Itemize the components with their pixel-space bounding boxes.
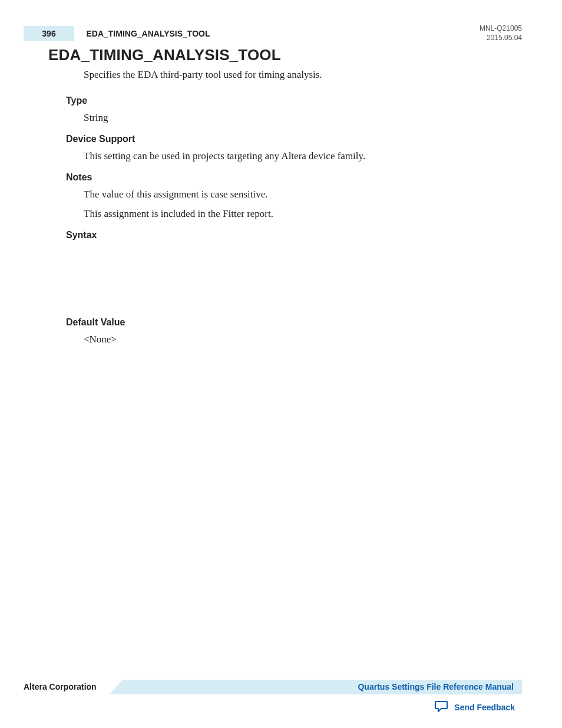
doc-meta: MNL-Q21005 2015.05.04 [480, 24, 522, 42]
notes-line-1: The value of this assignment is case sen… [84, 186, 515, 202]
default-value: <None> [84, 331, 515, 347]
syntax-block [48, 244, 515, 309]
send-feedback-label: Send Feedback [454, 703, 515, 712]
doc-date: 2015.05.04 [480, 33, 522, 42]
speech-bubble-icon [434, 700, 448, 714]
footer-strip: Quartus Settings File Reference Manual [123, 680, 522, 694]
running-title: EDA_TIMING_ANALYSIS_TOOL [86, 29, 210, 38]
intro-text: Specifies the EDA third-party tool used … [84, 68, 515, 83]
section-heading-type: Type [66, 95, 515, 106]
footer-company: Altera Corporation [24, 682, 97, 691]
section-heading-device-support: Device Support [66, 134, 515, 144]
notes-line-2: This assignment is included in the Fitte… [84, 206, 515, 222]
doc-id: MNL-Q21005 [480, 24, 522, 33]
manual-link[interactable]: Quartus Settings File Reference Manual [358, 682, 514, 691]
send-feedback-link[interactable]: Send Feedback [434, 700, 515, 714]
section-heading-notes: Notes [66, 172, 515, 183]
page-title: EDA_TIMING_ANALYSIS_TOOL [48, 46, 515, 64]
type-value: String [84, 110, 515, 126]
section-heading-default-value: Default Value [66, 317, 515, 328]
section-heading-syntax: Syntax [66, 230, 515, 241]
page-number: 396 [24, 26, 74, 41]
device-support-value: This setting can be used in projects tar… [84, 148, 515, 164]
